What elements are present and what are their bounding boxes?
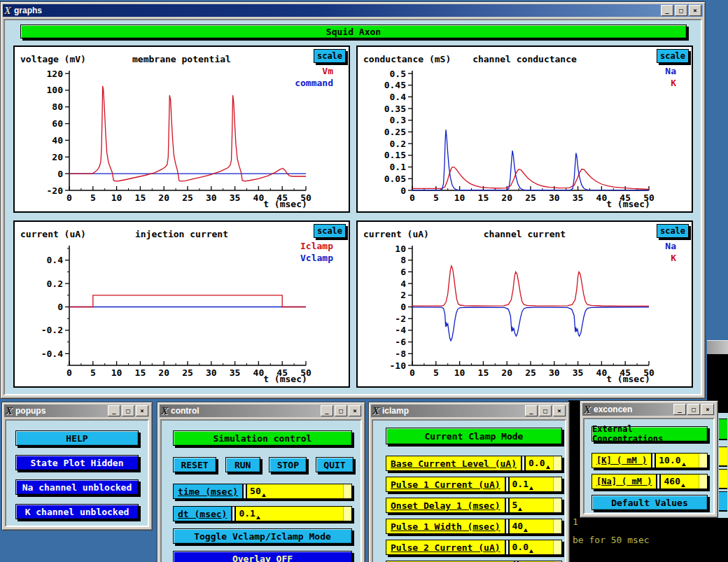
simulation-control-header: Simulation control bbox=[173, 430, 352, 446]
run-button[interactable]: RUN bbox=[225, 457, 260, 472]
svg-text:8: 8 bbox=[400, 255, 406, 265]
minimize-button[interactable]: _ bbox=[108, 405, 120, 416]
close-button[interactable]: × bbox=[701, 404, 714, 415]
svg-text:40: 40 bbox=[253, 192, 265, 203]
field-handle[interactable] bbox=[343, 507, 351, 521]
sliver-cyan-block bbox=[719, 491, 727, 512]
legend-item: Vclamp bbox=[300, 252, 333, 264]
popups-window-body: HELP State Plot Hidden Na channel unbloc… bbox=[5, 419, 149, 527]
default-values-button[interactable]: Default Values bbox=[592, 495, 708, 510]
svg-text:0: 0 bbox=[66, 367, 72, 378]
control-window-titlebar[interactable]: X control _ □ × bbox=[160, 405, 363, 417]
plot-area: 051015202530354045500.40.20-0.2-0.4t (ms… bbox=[15, 222, 349, 386]
field-handle[interactable] bbox=[553, 456, 561, 470]
y-axis-title: current (uA) bbox=[363, 229, 429, 239]
field-handle[interactable] bbox=[699, 454, 707, 468]
field-handle[interactable] bbox=[699, 475, 707, 489]
field-handle[interactable] bbox=[553, 498, 561, 512]
time-field-input[interactable]: 50 bbox=[246, 484, 351, 498]
minimize-button[interactable]: _ bbox=[525, 405, 538, 416]
svg-text:10: 10 bbox=[111, 367, 122, 378]
graphs-window: X graphs _ □ × Squid Axon 05101520253035… bbox=[0, 1, 706, 399]
field-input[interactable]: 5 bbox=[508, 498, 561, 512]
close-button[interactable]: × bbox=[689, 5, 701, 16]
iclamp-window-titlebar[interactable]: X iclamp _ □ × bbox=[371, 405, 567, 417]
maximize-button[interactable]: □ bbox=[675, 5, 687, 16]
field-input[interactable]: 0.0 bbox=[524, 456, 561, 470]
field-input[interactable]: 0.1 bbox=[508, 477, 561, 491]
terminal-text-line: be for 50 msec bbox=[573, 535, 650, 545]
svg-text:5: 5 bbox=[433, 367, 439, 378]
exconcen-window-titlebar[interactable]: X exconcen _ □ × bbox=[582, 403, 715, 416]
field-label: [Na] ( mM ) bbox=[592, 475, 657, 489]
field-input[interactable]: 0.0 bbox=[508, 540, 561, 554]
k-channel-block-button[interactable]: K channel unblocked bbox=[15, 504, 139, 519]
popups-window: X popups _ □ × HELP State Plot Hidden Na… bbox=[1, 402, 153, 531]
field-handle[interactable] bbox=[553, 540, 561, 554]
na-channel-block-button[interactable]: Na channel unblocked bbox=[15, 479, 139, 495]
scale-button[interactable]: scale bbox=[657, 49, 689, 63]
close-button[interactable]: × bbox=[553, 405, 566, 416]
svg-text:t (msec): t (msec) bbox=[606, 374, 650, 384]
svg-text:15: 15 bbox=[478, 367, 489, 378]
legend-item: K bbox=[665, 77, 676, 89]
field-input[interactable]: 40 bbox=[508, 519, 561, 533]
field-handle[interactable] bbox=[343, 484, 351, 498]
sliver-yellow-block bbox=[719, 447, 727, 467]
maximize-button[interactable]: □ bbox=[335, 405, 347, 416]
chart-legend: Na K bbox=[665, 240, 676, 264]
graphs-window-titlebar[interactable]: X graphs _ □ × bbox=[3, 4, 703, 17]
svg-text:0: 0 bbox=[400, 185, 406, 196]
svg-text:0: 0 bbox=[57, 302, 63, 312]
toggle-clamp-mode-button[interactable]: Toggle Vclamp/Iclamp Mode bbox=[173, 528, 352, 544]
window-title: graphs bbox=[14, 6, 658, 15]
svg-text:35: 35 bbox=[230, 367, 241, 378]
graphs-window-body: Squid Axon 05101520253035404550120100806… bbox=[4, 19, 702, 395]
close-button[interactable]: × bbox=[136, 405, 148, 416]
svg-text:30: 30 bbox=[549, 192, 560, 203]
svg-text:5: 5 bbox=[90, 367, 96, 378]
channel-conductance-chart: 051015202530354045500.50.450.40.350.30.2… bbox=[356, 45, 693, 213]
control-window: X control _ □ × Simulation control RESET… bbox=[157, 402, 365, 562]
close-button[interactable]: × bbox=[349, 405, 361, 416]
state-plot-button[interactable]: State Plot Hidden bbox=[15, 455, 139, 470]
maximize-button[interactable]: □ bbox=[687, 404, 700, 415]
model-title-banner: Squid Axon bbox=[20, 24, 687, 38]
field-input[interactable]: 10.0 bbox=[654, 454, 707, 468]
sliver-yellow-block bbox=[719, 469, 727, 489]
field-handle[interactable] bbox=[553, 477, 561, 491]
scale-button[interactable]: scale bbox=[314, 49, 346, 63]
window-title: popups bbox=[15, 406, 105, 416]
text-cursor bbox=[524, 528, 528, 532]
dt-field-row: dt (msec) 0.1 bbox=[173, 506, 352, 521]
svg-text:0.2: 0.2 bbox=[47, 279, 63, 289]
svg-text:35: 35 bbox=[573, 367, 584, 378]
stop-button[interactable]: STOP bbox=[269, 457, 307, 472]
maximize-button[interactable]: □ bbox=[539, 405, 552, 416]
field-handle[interactable] bbox=[553, 519, 561, 533]
scale-button[interactable]: scale bbox=[657, 224, 689, 238]
svg-text:40: 40 bbox=[253, 367, 265, 378]
scale-button[interactable]: scale bbox=[314, 224, 346, 238]
popups-window-titlebar[interactable]: X popups _ □ × bbox=[4, 405, 150, 417]
maximize-button[interactable]: □ bbox=[122, 405, 134, 416]
svg-text:t (msec): t (msec) bbox=[606, 199, 650, 209]
dt-field-input[interactable]: 0.1 bbox=[234, 507, 351, 521]
svg-text:20: 20 bbox=[158, 192, 169, 203]
svg-text:15: 15 bbox=[135, 192, 146, 203]
field-input[interactable]: 460 bbox=[659, 475, 707, 489]
quit-button[interactable]: QUIT bbox=[316, 457, 354, 472]
minimize-button[interactable]: _ bbox=[321, 405, 333, 416]
chart-legend: Iclamp Vclamp bbox=[300, 240, 333, 264]
svg-text:-20: -20 bbox=[47, 185, 64, 196]
minimize-button[interactable]: _ bbox=[673, 404, 686, 415]
svg-text:35: 35 bbox=[573, 192, 584, 203]
reset-button[interactable]: RESET bbox=[173, 457, 216, 472]
pulse2-current-field-row: Pulse 2 Current (uA) 0.0 bbox=[386, 540, 562, 555]
svg-text:4: 4 bbox=[400, 279, 406, 289]
overlay-toggle-button[interactable]: Overlay OFF bbox=[173, 551, 352, 562]
help-button[interactable]: HELP bbox=[15, 430, 139, 446]
field-label: Pulse 2 Current (uA) bbox=[386, 540, 506, 554]
svg-text:0: 0 bbox=[400, 302, 406, 312]
minimize-button[interactable]: _ bbox=[661, 5, 673, 16]
